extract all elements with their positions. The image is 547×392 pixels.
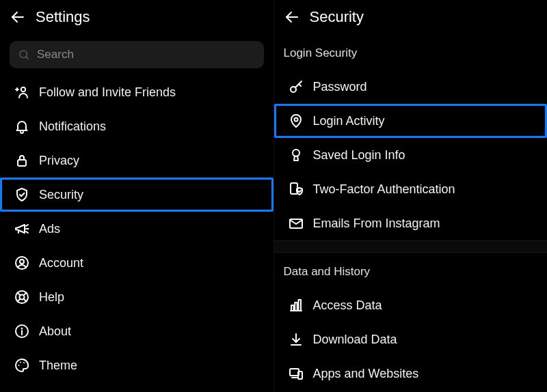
- help-buoy-icon: [14, 289, 30, 305]
- settings-item-label: Notifications: [39, 120, 106, 134]
- svg-line-9: [26, 232, 28, 233]
- security-panel: Security Login Security Password Login A…: [274, 0, 548, 392]
- settings-item-follow-invite[interactable]: Follow and Invite Friends: [0, 75, 274, 109]
- info-circle-icon: [14, 323, 30, 339]
- security-item-emails[interactable]: Emails From Instagram: [274, 206, 548, 240]
- settings-item-privacy[interactable]: Privacy: [0, 143, 274, 178]
- security-item-label: Access Data: [313, 298, 382, 313]
- shield-check-icon: [14, 186, 30, 203]
- settings-item-label: Ads: [39, 222, 60, 236]
- svg-line-15: [24, 293, 27, 296]
- search-field[interactable]: [10, 41, 264, 68]
- svg-line-2: [26, 57, 29, 59]
- security-item-login-activity[interactable]: Login Activity: [274, 104, 548, 138]
- svg-line-17: [24, 299, 27, 302]
- settings-item-help[interactable]: Help: [0, 280, 274, 314]
- settings-item-label: Privacy: [39, 154, 79, 168]
- settings-item-theme[interactable]: Theme: [0, 348, 274, 382]
- search-icon: [18, 48, 30, 61]
- security-item-access-data[interactable]: Access Data: [274, 288, 548, 322]
- login-security-list: Password Login Activity Saved Login Info…: [274, 70, 548, 240]
- svg-rect-35: [298, 300, 301, 311]
- security-item-label: Two-Factor Authentication: [313, 182, 455, 197]
- keyhole-icon: [288, 147, 304, 163]
- section-title-login-security: Login Security: [274, 34, 548, 70]
- security-header: Security: [274, 0, 548, 34]
- settings-item-label: Security: [39, 188, 83, 202]
- settings-header: Settings: [0, 0, 274, 34]
- svg-point-1: [20, 51, 27, 58]
- settings-item-security[interactable]: Security: [0, 178, 274, 212]
- settings-item-label: Help: [39, 290, 64, 305]
- svg-point-23: [23, 362, 25, 363]
- key-icon: [288, 79, 304, 95]
- svg-line-14: [18, 293, 21, 296]
- back-button-security[interactable]: [280, 5, 304, 29]
- security-title: Security: [310, 8, 364, 26]
- section-divider: [274, 240, 548, 253]
- back-button-settings[interactable]: [5, 5, 30, 29]
- megaphone-icon: [14, 221, 30, 237]
- svg-rect-40: [298, 372, 302, 379]
- account-circle-icon: [14, 255, 30, 271]
- security-item-label: Apps and Websites: [313, 367, 419, 381]
- settings-item-label: Account: [39, 256, 83, 270]
- security-item-two-factor[interactable]: Two-Factor Authentication: [274, 172, 548, 206]
- settings-item-label: Follow and Invite Friends: [39, 85, 176, 100]
- section-title-data-history: Data and History: [274, 253, 548, 288]
- bell-icon: [14, 118, 30, 135]
- svg-line-16: [18, 299, 21, 302]
- settings-item-account[interactable]: Account: [0, 246, 274, 280]
- security-item-label: Download Data: [313, 333, 397, 347]
- device-shield-icon: [288, 181, 304, 197]
- svg-rect-34: [295, 303, 297, 311]
- security-item-download-data[interactable]: Download Data: [274, 322, 548, 356]
- data-history-list: Access Data Download Data Apps and Websi…: [274, 288, 548, 391]
- devices-icon: [288, 365, 304, 382]
- mail-icon: [288, 215, 304, 232]
- arrow-left-icon: [284, 9, 300, 25]
- settings-panel: Settings Follow and Invite Friends Notif…: [0, 0, 274, 392]
- security-item-apps-websites[interactable]: Apps and Websites: [274, 356, 548, 391]
- download-icon: [288, 331, 304, 348]
- palette-icon: [14, 357, 30, 374]
- svg-line-7: [26, 225, 28, 226]
- settings-item-ads[interactable]: Ads: [0, 212, 274, 246]
- arrow-left-icon: [10, 9, 26, 25]
- svg-point-29: [293, 150, 299, 156]
- settings-item-label: About: [39, 324, 71, 339]
- settings-item-label: Theme: [39, 359, 77, 373]
- search-wrap: [0, 34, 274, 75]
- svg-point-21: [18, 365, 20, 366]
- security-item-password[interactable]: Password: [274, 70, 548, 104]
- svg-rect-33: [291, 305, 294, 311]
- security-item-label: Emails From Instagram: [313, 216, 440, 231]
- lock-icon: [14, 152, 30, 169]
- settings-item-notifications[interactable]: Notifications: [0, 109, 274, 143]
- svg-point-3: [21, 87, 25, 92]
- settings-item-about[interactable]: About: [0, 314, 274, 348]
- security-item-label: Login Activity: [313, 114, 385, 128]
- settings-title: Settings: [36, 8, 90, 26]
- person-plus-icon: [14, 84, 30, 100]
- svg-point-22: [20, 362, 21, 363]
- search-input[interactable]: [37, 48, 256, 61]
- svg-point-11: [20, 260, 24, 264]
- settings-list: Follow and Invite Friends Notifications …: [0, 75, 274, 382]
- security-item-saved-login[interactable]: Saved Login Info: [274, 138, 548, 172]
- security-item-label: Password: [313, 80, 367, 94]
- svg-rect-6: [18, 160, 26, 166]
- location-pin-icon: [288, 113, 304, 129]
- bar-chart-icon: [288, 297, 304, 313]
- svg-line-27: [299, 84, 301, 86]
- svg-point-20: [22, 328, 23, 329]
- svg-point-28: [294, 118, 297, 122]
- security-item-label: Saved Login Info: [313, 148, 405, 163]
